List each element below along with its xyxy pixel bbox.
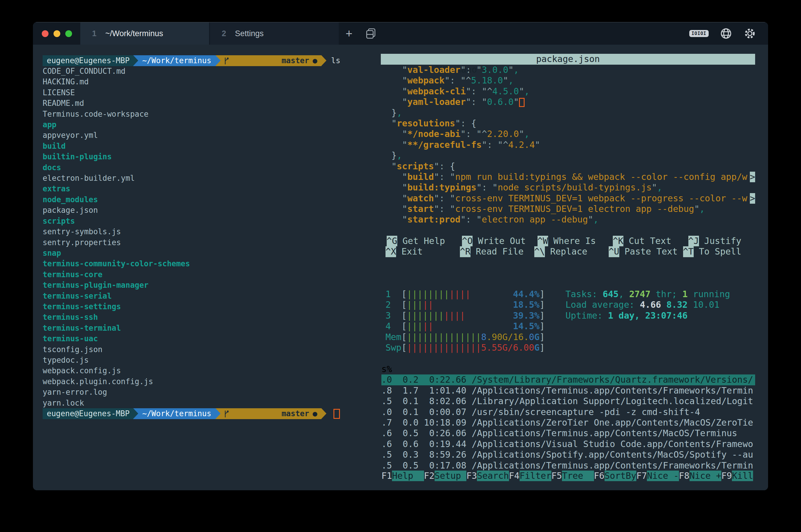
htop-summary: Tasks: 645, 2747 thr; 1 runningLoad aver…	[565, 289, 730, 321]
powerline-arrow	[216, 55, 221, 66]
git-dirty-dot: ●	[313, 408, 317, 419]
terminal-cursor	[333, 409, 340, 419]
close-button[interactable]	[42, 30, 49, 37]
git-dirty-dot: ●	[313, 55, 317, 66]
terminal-content: eugene@Eugenes-MBP ~/Work/terminus maste…	[33, 45, 768, 490]
nano-shortcut-bar: ^G Get Help ^O Write Out ^W Where Is ^K …	[386, 236, 741, 257]
prompt-path-segment: ~/Work/terminus	[138, 408, 216, 419]
cpu-memory-meters: 1 [|||||||||||| 44.4%]2 [||||| 18.5%]3 […	[386, 289, 545, 353]
tab-work-terminus[interactable]: 1 ~/Work/terminus	[80, 22, 209, 45]
tab-number: 1	[92, 29, 96, 38]
nano-titlebar: GNU nano 4.5 package.json	[381, 54, 755, 65]
titlebar: 1 ~/Work/terminus 2 Settings + IOIOI	[33, 22, 768, 45]
left-terminal-pane[interactable]: eugene@Eugenes-MBP ~/Work/terminus maste…	[43, 45, 390, 490]
prompt-git-segment: master●	[221, 408, 321, 419]
tab-title: ~/Work/terminus	[105, 29, 163, 38]
terminus-window: 1 ~/Work/terminus 2 Settings + IOIOI	[33, 22, 768, 490]
titlebar-actions: IOIOI	[689, 22, 768, 45]
powerline-arrow	[133, 55, 138, 66]
new-tab-button[interactable]: +	[339, 22, 359, 45]
nano-editor: "val-loader": "3.0.0", "webpack": "^5.18…	[381, 65, 755, 225]
htop-fkey-bar: F1Help F2Setup F3SearchF4FilterF5Tree F6…	[381, 471, 753, 481]
split-pane-icon	[366, 28, 376, 39]
gear-icon[interactable]	[743, 27, 756, 40]
shell-prompt: eugene@Eugenes-MBP ~/Work/terminus maste…	[43, 55, 340, 66]
git-branch-icon	[223, 388, 279, 440]
nano-filename: package.json	[536, 54, 600, 64]
typed-command: ls	[331, 55, 340, 66]
prompt-path-segment: ~/Work/terminus	[138, 55, 216, 66]
prompt-user-segment: eugene@Eugenes-MBP	[43, 55, 133, 66]
right-terminal-pane[interactable]: GNU nano 4.5 package.json "val-loader": …	[381, 45, 755, 490]
traffic-lights	[33, 22, 80, 45]
fkey-line: F1Help F2Setup F3SearchF4FilterF5Tree F6…	[381, 471, 753, 481]
minimize-button[interactable]	[54, 30, 60, 37]
zoom-button[interactable]	[65, 30, 72, 37]
file-listing: CODE_OF_CONDUCT.md HACKING.md LICENSE RE…	[43, 66, 190, 408]
prompt-git-segment: master●	[221, 55, 321, 66]
globe-icon[interactable]	[720, 27, 732, 40]
serial-icon[interactable]: IOIOI	[689, 30, 709, 37]
git-branch-icon	[223, 35, 279, 87]
process-table: .0 0.2 0:22.66 /System/Library/Framework…	[381, 375, 755, 471]
powerline-arrow	[216, 408, 221, 419]
split-pane-button[interactable]	[359, 22, 383, 45]
prompt-user-segment: eugene@Eugenes-MBP	[43, 408, 133, 419]
shell-prompt: eugene@Eugenes-MBP ~/Work/terminus maste…	[43, 408, 340, 419]
powerline-arrow	[321, 408, 327, 419]
powerline-arrow	[133, 408, 138, 419]
powerline-arrow	[321, 55, 327, 66]
